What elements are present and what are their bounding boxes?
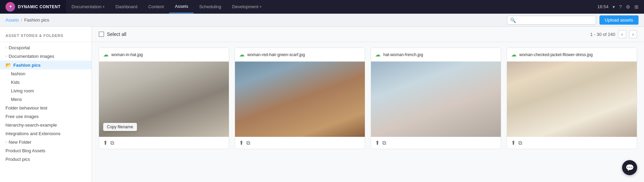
logo-area: ✦ DYNAMIC CONTENT — [0, 0, 66, 13]
sidebar-title: Asset stores & folders — [0, 31, 91, 42]
copy-icon[interactable]: ⧉ — [518, 140, 522, 146]
asset-grid: ☁ woman-in-hat.jpg Copy filename ⬆ ⧉ ☁ w… — [92, 42, 644, 155]
asset-card: ☁ woman-red-hair-green-scarf.jpg ⬆ ⧉ — [235, 48, 365, 149]
chevron-down-icon: ▾ — [260, 5, 261, 9]
card-footer: ⬆ ⧉ — [235, 137, 365, 149]
sidebar-item-label: hierarchy-search-example — [5, 122, 57, 128]
chevron-down-icon: ▾ — [103, 5, 104, 9]
sidebar-item-new-folder[interactable]: › New Folder — [0, 138, 91, 146]
sidebar-item-label: fashion — [11, 71, 25, 76]
select-left: Select all — [99, 31, 126, 37]
chevron-right-icon: › — [5, 46, 7, 50]
nav-dashboard[interactable]: Dashboard — [110, 0, 143, 13]
cloud-icon: ☁ — [375, 51, 381, 58]
sidebar-item-free-use-images[interactable]: Free use images — [0, 112, 91, 121]
sidebar-item-label: Mens — [11, 97, 22, 102]
nav-development[interactable]: Development ▾ — [227, 0, 267, 13]
pagination-text: 1 - 30 of 240 — [590, 32, 615, 37]
card-header: ☁ woman-checked-jacket-fllower-dress.jpg — [507, 48, 637, 62]
sidebar-item-label: Docsportal — [9, 45, 30, 50]
breadcrumb-right: 🔍 Upload assets — [507, 15, 639, 25]
chevron-down-icon[interactable]: ▾ — [612, 4, 615, 10]
nav-right: 16:54 ▾ ? ⚙ ⊞ — [592, 4, 644, 10]
select-all-label[interactable]: Select all — [107, 31, 126, 37]
breadcrumb: Assets / Fashion pics — [5, 17, 49, 23]
next-page-button[interactable]: › — [629, 30, 637, 38]
sidebar-item-label: Integrations and Extensions — [5, 131, 60, 136]
sidebar-item-integrations[interactable]: Integrations and Extensions — [0, 129, 91, 138]
copy-icon[interactable]: ⧉ — [110, 140, 114, 146]
sidebar-item-label: Product Blog Assets — [5, 148, 45, 153]
content-area: Select all 1 - 30 of 240 ‹ › ☁ woman-in-… — [92, 27, 644, 182]
grid-icon[interactable]: ⊞ — [634, 4, 639, 10]
upload-icon[interactable]: ⬆ — [103, 140, 108, 146]
cloud-icon: ☁ — [103, 51, 109, 58]
chevron-right-icon: › — [5, 140, 7, 144]
top-navigation: ✦ DYNAMIC CONTENT Documentation ▾ Dashbo… — [0, 0, 644, 14]
sidebar-item-fashion[interactable]: fashion — [0, 69, 91, 78]
nav-items: Documentation ▾ Dashboard Content Assets… — [66, 0, 592, 13]
sidebar-item-product-pics[interactable]: Product pics — [0, 155, 91, 164]
main-layout: Asset stores & folders › Docsportal › Do… — [0, 27, 644, 182]
breadcrumb-assets[interactable]: Assets — [5, 17, 19, 23]
asset-name: hat-woman-french.jpg — [383, 52, 497, 57]
copy-icon[interactable]: ⧉ — [382, 140, 386, 146]
help-icon[interactable]: ? — [619, 4, 622, 10]
logo-icon: ✦ — [5, 2, 15, 12]
search-input[interactable] — [518, 17, 593, 23]
asset-card: ☁ woman-in-hat.jpg Copy filename ⬆ ⧉ — [99, 48, 229, 149]
asset-name: woman-in-hat.jpg — [111, 52, 225, 57]
upload-icon[interactable]: ⬆ — [511, 140, 516, 146]
search-box: 🔍 — [507, 16, 596, 25]
sidebar-item-documentation-images[interactable]: › Documentation images — [0, 52, 91, 61]
nav-documentation[interactable]: Documentation ▾ — [66, 0, 110, 13]
clock-display: 16:54 — [597, 4, 609, 9]
app-name: DYNAMIC CONTENT — [18, 4, 61, 9]
nav-assets[interactable]: Assets — [169, 0, 194, 13]
sidebar-item-hierarchy-search[interactable]: hierarchy-search-example — [0, 121, 91, 129]
select-all-checkbox[interactable] — [99, 31, 104, 37]
nav-scheduling[interactable]: Scheduling — [194, 0, 226, 13]
copy-filename-tooltip: Copy filename — [103, 123, 137, 131]
sidebar-item-label: Free use images — [5, 114, 39, 119]
asset-name: woman-red-hair-green-scarf.jpg — [247, 52, 361, 57]
cloud-icon: ☁ — [511, 51, 517, 58]
select-bar: Select all 1 - 30 of 240 ‹ › — [92, 27, 644, 42]
nav-content[interactable]: Content — [143, 0, 170, 13]
upload-icon[interactable]: ⬆ — [239, 140, 244, 146]
sidebar-item-folder-behaviour[interactable]: Folder behaviour test — [0, 104, 91, 112]
breadcrumb-current: Fashion pics — [24, 17, 49, 23]
search-icon: 🔍 — [510, 17, 516, 23]
sidebar-item-product-blog-assets[interactable]: Product Blog Assets — [0, 146, 91, 155]
asset-thumbnail — [235, 62, 365, 137]
sidebar-item-label: Folder behaviour test — [5, 105, 47, 110]
upload-icon[interactable]: ⬆ — [375, 140, 380, 146]
upload-assets-button[interactable]: Upload assets — [599, 15, 639, 25]
sidebar-item-mens[interactable]: Mens — [0, 95, 91, 104]
sidebar-item-living-room[interactable]: Living room — [0, 87, 91, 95]
pagination: 1 - 30 of 240 ‹ › — [590, 30, 637, 38]
card-footer: ⬆ ⧉ — [371, 137, 501, 149]
breadcrumb-separator: / — [21, 17, 22, 23]
sidebar-item-label: Living room — [11, 88, 34, 93]
sidebar: Asset stores & folders › Docsportal › Do… — [0, 27, 92, 182]
prev-page-button[interactable]: ‹ — [618, 30, 626, 38]
asset-name: woman-checked-jacket-fllower-dress.jpg — [519, 52, 633, 57]
sidebar-item-fashion-pics[interactable]: 📂 Fashion pics — [0, 61, 91, 69]
chevron-right-icon: › — [5, 54, 7, 58]
copy-icon[interactable]: ⧉ — [246, 140, 250, 146]
sidebar-item-kids[interactable]: Kids — [0, 78, 91, 87]
gear-icon[interactable]: ⚙ — [626, 4, 630, 10]
card-header: ☁ woman-in-hat.jpg — [99, 48, 229, 62]
asset-card: ☁ hat-woman-french.jpg ⬆ ⧉ — [371, 48, 501, 149]
card-footer: ⬆ ⧉ — [99, 137, 229, 149]
asset-thumbnail — [371, 62, 501, 137]
asset-card: ☁ woman-checked-jacket-fllower-dress.jpg… — [507, 48, 637, 149]
cloud-icon: ☁ — [239, 51, 245, 58]
card-header: ☁ hat-woman-french.jpg — [371, 48, 501, 62]
breadcrumb-bar: Assets / Fashion pics 🔍 Upload assets — [0, 14, 644, 27]
folder-open-icon: 📂 — [5, 62, 11, 68]
chat-bubble-button[interactable]: 💬 — [622, 160, 637, 175]
sidebar-item-docsportal[interactable]: › Docsportal — [0, 43, 91, 52]
card-footer: ⬆ ⧉ — [507, 137, 637, 149]
